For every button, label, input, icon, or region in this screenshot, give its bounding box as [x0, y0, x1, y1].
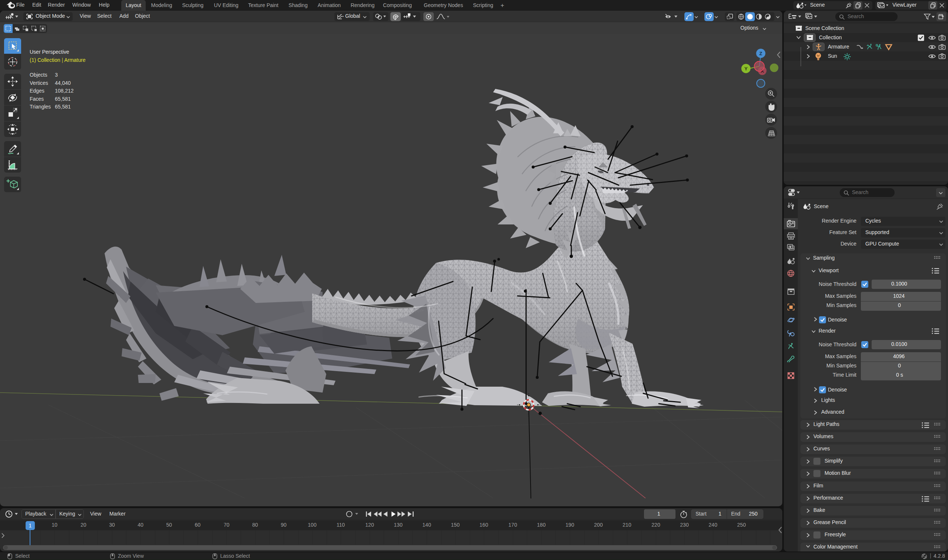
svg-text:Z: Z: [759, 51, 762, 56]
svg-text:Y: Y: [744, 66, 748, 71]
